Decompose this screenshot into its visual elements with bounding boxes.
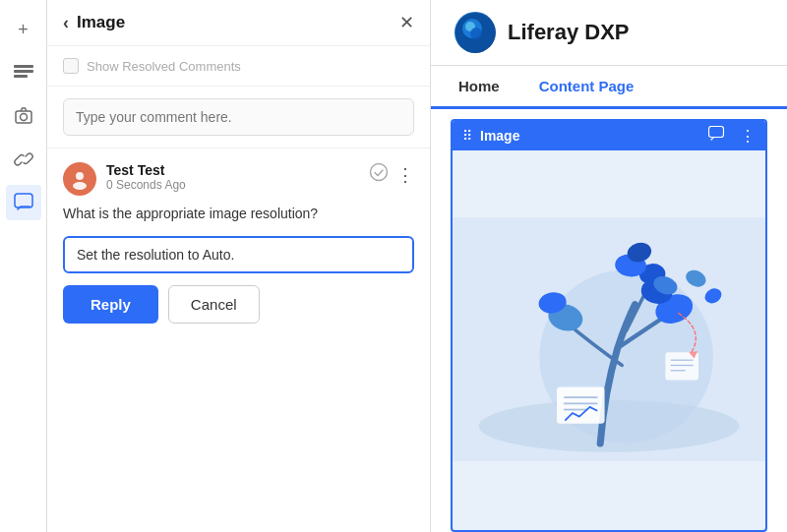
widget-more-icon[interactable]: ⋮	[740, 127, 756, 146]
left-toolbar: +	[0, 0, 47, 532]
comment-timestamp: 0 Seconds Ago	[106, 178, 359, 192]
site-name: Liferay DXP	[508, 20, 630, 45]
comment-item: Test Test 0 Seconds Ago ⋮ What is the ap…	[47, 148, 430, 532]
nav-item-content-page[interactable]: Content Page	[535, 66, 638, 109]
close-button[interactable]: ✕	[399, 12, 414, 33]
layers-icon[interactable]	[6, 55, 41, 90]
more-options-icon[interactable]: ⋮	[396, 164, 414, 186]
site-header: Liferay DXP	[431, 0, 787, 66]
resolve-icon[interactable]	[369, 162, 389, 187]
widget-header: ⠿ Image ⋮	[453, 121, 765, 150]
site-nav: Home Content Page	[431, 66, 787, 109]
comment-author-name: Test Test	[106, 162, 359, 178]
camera-icon[interactable]	[6, 98, 41, 134]
comment-author-info: Test Test 0 Seconds Ago	[106, 162, 359, 192]
svg-rect-1	[14, 70, 33, 73]
comment-body-text: What is the appropriate image resolution…	[63, 204, 414, 224]
cancel-button[interactable]: Cancel	[168, 285, 260, 324]
reply-buttons: Reply Cancel	[63, 285, 414, 324]
link-icon[interactable]	[6, 142, 41, 177]
svg-point-7	[73, 182, 87, 190]
page-content: ⠿ Image ⋮	[431, 109, 787, 532]
svg-point-8	[371, 164, 388, 181]
widget-drag-handle[interactable]: ⠿	[462, 128, 472, 144]
show-resolved-label: Show Resolved Comments	[87, 59, 241, 74]
plus-icon[interactable]: +	[6, 12, 41, 47]
reply-input-wrapper	[63, 236, 414, 273]
svg-rect-13	[709, 127, 724, 138]
panel-header: ‹ Image ✕	[47, 0, 430, 46]
new-comment-area	[47, 87, 430, 148]
avatar	[63, 162, 96, 196]
comments-icon[interactable]	[6, 185, 41, 220]
back-button[interactable]: ‹	[63, 13, 69, 33]
content-area: Liferay DXP Home Content Page ⠿ Image ⋮	[431, 0, 787, 532]
show-resolved-row: Show Resolved Comments	[47, 46, 430, 87]
image-widget: ⠿ Image ⋮	[451, 119, 767, 532]
new-comment-input[interactable]	[63, 98, 414, 136]
svg-point-12	[470, 28, 482, 39]
svg-rect-2	[14, 75, 28, 78]
nav-item-home[interactable]: Home	[454, 66, 504, 109]
panel-title: Image	[77, 13, 392, 32]
widget-title: Image	[480, 128, 700, 144]
comment-actions: ⋮	[369, 162, 414, 187]
comment-meta: Test Test 0 Seconds Ago ⋮	[63, 162, 414, 196]
svg-rect-27	[557, 387, 605, 424]
comments-panel: ‹ Image ✕ Show Resolved Comments Test Te…	[47, 0, 431, 532]
site-logo	[454, 12, 496, 53]
widget-body	[453, 150, 765, 528]
svg-rect-5	[15, 194, 32, 207]
reply-input[interactable]	[77, 247, 400, 263]
widget-comment-icon[interactable]	[708, 126, 724, 146]
reply-button[interactable]: Reply	[63, 285, 158, 324]
svg-rect-0	[14, 65, 33, 68]
show-resolved-checkbox[interactable]	[63, 58, 79, 74]
svg-point-4	[20, 114, 27, 121]
svg-point-6	[76, 172, 84, 180]
